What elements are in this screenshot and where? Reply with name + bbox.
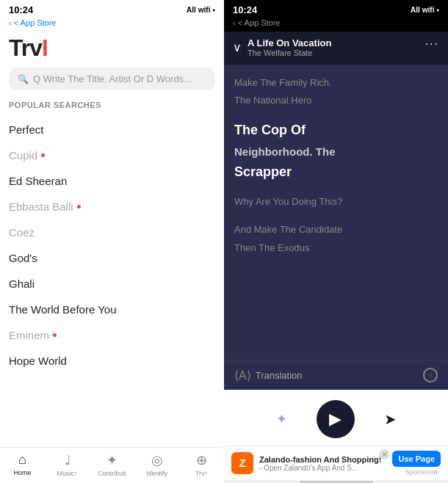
nav-icon: ⊕ <box>196 452 207 468</box>
ad-title: Zalando-fashion And Shopping! <box>259 455 386 464</box>
ad-subtitle: - Open Zalando's App And S... <box>259 464 386 472</box>
translation-bar: ⟨A⟩ Translation ○ <box>224 360 448 390</box>
status-bar-left: 10:24 All wifi ▪ <box>0 0 224 18</box>
logo-area: TrvI <box>0 30 224 68</box>
search-list-item[interactable]: Cupid <box>0 142 224 168</box>
nav-icon: ✦ <box>106 452 118 468</box>
search-list-item[interactable]: Perfect <box>0 117 224 142</box>
search-list-item[interactable]: Hope World <box>0 348 224 374</box>
home-indicator <box>300 481 373 483</box>
lyrics-panel: Make The Family Rich.The National HeroTh… <box>224 65 448 360</box>
ad-logo-icon: Z <box>231 452 253 474</box>
search-list-item[interactable]: Ed Sheeran <box>0 168 224 194</box>
time-right: 10:24 <box>233 4 257 15</box>
nav-icon: ◎ <box>151 452 163 468</box>
nav-item-contributi[interactable]: ✦Contributi <box>90 452 134 477</box>
app-logo: TrvI <box>9 34 48 61</box>
appstore-link-left[interactable]: ‹ < App Store <box>0 18 224 30</box>
search-list-item[interactable]: The World Before You <box>0 297 224 322</box>
lyric-spacer <box>234 112 438 117</box>
appstore-link-right[interactable]: ‹ < App Store <box>224 18 448 32</box>
lyric-line: Make The Family Rich. <box>234 76 438 90</box>
nav-item-trv[interactable]: ⊕Trv↑ <box>179 452 224 477</box>
translation-label: Translation <box>256 370 303 381</box>
more-options-button[interactable]: ··· <box>425 37 439 51</box>
lyric-line: Neighborhood. The <box>234 144 438 159</box>
circle-icon[interactable]: ○ <box>423 368 438 382</box>
ad-text: Zalando-fashion And Shopping! - Open Zal… <box>259 455 386 472</box>
play-button[interactable]: ▶ <box>317 400 355 438</box>
nav-item-home[interactable]: ⌂Home <box>0 452 45 477</box>
search-bar[interactable]: 🔍 Q Write The Title, Artist Or D Words..… <box>9 68 215 90</box>
popular-heading: POPULAR SEARCHES <box>0 101 224 117</box>
ad-bar: ✕ Z Zalando-fashion And Shopping! - Open… <box>224 446 448 480</box>
search-list-item[interactable]: Eminem <box>0 322 224 348</box>
song-header: ∨ A Life On Vacation The Welfare State ·… <box>224 32 448 65</box>
nav-item-identify[interactable]: ◎Identify <box>134 452 179 477</box>
bottom-bar <box>224 480 448 483</box>
song-title: A Life On Vacation <box>248 37 331 48</box>
status-icons-left: All wifi ▪ <box>187 6 215 14</box>
status-icons-right: All wifi ▪ <box>411 6 439 14</box>
time-left: 10:24 <box>9 4 33 15</box>
ad-use-page-button[interactable]: Use Page <box>392 451 441 467</box>
search-placeholder: Q Write The Title, Artist Or D Words... <box>33 73 192 84</box>
search-list-item[interactable]: Ebbasta Balli <box>0 194 224 219</box>
forward-button[interactable]: ➤ <box>384 410 397 428</box>
equalizer-icon[interactable]: ✦ <box>276 411 287 427</box>
player-controls: ✦ ▶ ➤ <box>224 390 448 446</box>
search-list: PerfectCupidEd SheeranEbbasta BalliCoezG… <box>0 117 224 447</box>
song-info: A Life On Vacation The Welfare State <box>248 37 331 57</box>
search-list-item[interactable]: Ghali <box>0 271 224 297</box>
search-list-item[interactable]: Coez <box>0 219 224 245</box>
search-icon: 🔍 <box>18 74 29 84</box>
chevron-down-icon[interactable]: ∨ <box>233 40 242 54</box>
translate-icon: ⟨A⟩ <box>234 368 251 382</box>
search-list-item[interactable]: God's <box>0 245 224 271</box>
left-panel: 10:24 All wifi ▪ ‹ < App Store TrvI 🔍 Q … <box>0 0 224 483</box>
lyric-spacer <box>234 185 438 191</box>
back-arrow-icon: ‹ <box>9 18 12 27</box>
lyric-line: Then The Exodus <box>234 242 438 255</box>
play-icon: ▶ <box>329 410 342 429</box>
lyric-line: Scrapper <box>234 164 438 181</box>
lyric-line: And Make The Candidate <box>234 223 438 236</box>
right-panel: 10:24 All wifi ▪ ‹ < App Store ∨ A Life … <box>224 0 448 483</box>
nav-item-music[interactable]: ♩Music↑ <box>45 452 90 477</box>
status-bar-right: 10:24 All wifi ▪ <box>224 0 448 18</box>
nav-icon: ♩ <box>65 452 71 468</box>
back-arrow-icon-right: ‹ <box>233 18 236 27</box>
ad-close-button[interactable]: ✕ <box>379 449 389 460</box>
lyric-spacer <box>234 213 438 219</box>
lyric-line: Why Are You Doing This? <box>234 195 438 208</box>
sponsored-label: Sponsored↑ <box>405 468 441 476</box>
lyric-line: The National Hero <box>234 94 438 107</box>
bottom-nav: ⌂Home♩Music↑✦Contributi◎Identify⊕Trv↑ <box>0 447 224 483</box>
song-artist: The Welfare State <box>248 48 331 57</box>
lyric-line: The Cop Of <box>234 122 438 139</box>
nav-icon: ⌂ <box>18 452 26 468</box>
